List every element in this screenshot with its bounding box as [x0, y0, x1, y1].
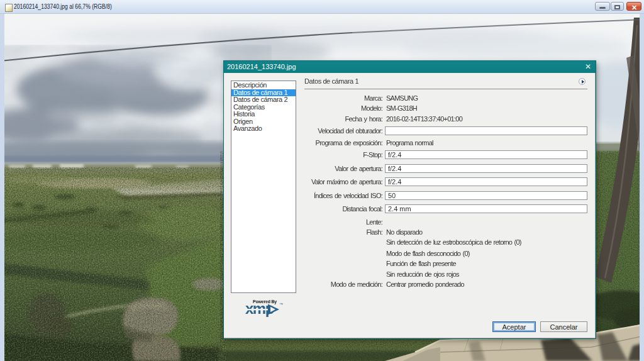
- svg-text:™: ™: [279, 303, 283, 306]
